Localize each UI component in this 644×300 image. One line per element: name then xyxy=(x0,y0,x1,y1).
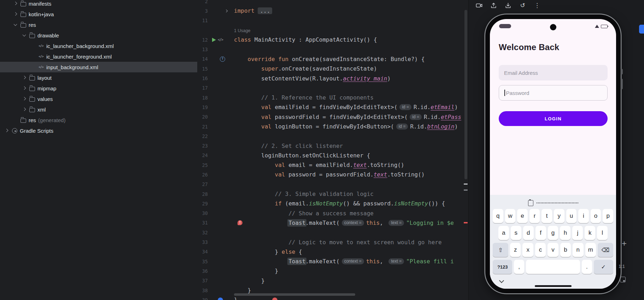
key-w[interactable]: w xyxy=(505,209,516,223)
key-o[interactable]: o xyxy=(591,209,601,223)
login-button[interactable]: LOGIN xyxy=(499,111,608,126)
line-number[interactable]: 30 xyxy=(197,210,208,216)
key-r[interactable]: r xyxy=(529,209,540,223)
reset-icon[interactable]: ↺ xyxy=(519,2,526,9)
line-number[interactable]: 3 xyxy=(197,8,208,14)
period-key[interactable]: . xyxy=(582,260,592,274)
tool-stripe-active-icon[interactable] xyxy=(639,25,644,34)
line-number[interactable]: 19 xyxy=(197,104,208,110)
line-number[interactable]: 32 xyxy=(197,230,208,235)
tree-item-xml[interactable]: xml xyxy=(0,104,197,115)
key-x[interactable]: x xyxy=(522,243,533,257)
line-number[interactable]: 39 xyxy=(197,297,208,300)
chevron-down-icon[interactable] xyxy=(12,22,18,28)
chevron-right-icon[interactable] xyxy=(21,85,27,91)
line-number[interactable]: 36 xyxy=(197,268,208,274)
line-number[interactable]: 13 xyxy=(197,47,208,52)
line-number[interactable]: 11 xyxy=(197,18,208,23)
key-t[interactable]: t xyxy=(541,209,552,223)
line-number[interactable]: 33 xyxy=(197,239,208,245)
chevron-right-icon[interactable] xyxy=(21,75,27,80)
override-method-icon[interactable]: ↑ xyxy=(220,56,225,62)
line-number[interactable]: 22 xyxy=(197,133,208,139)
comma-key[interactable]: , xyxy=(514,260,524,274)
key-b[interactable]: b xyxy=(560,243,571,257)
chevron-right-icon[interactable] xyxy=(12,1,18,6)
key-h[interactable]: h xyxy=(560,226,570,240)
password-field[interactable]: Password xyxy=(499,85,608,101)
enter-key[interactable]: ✓ xyxy=(594,260,613,274)
line-number[interactable]: 12 xyxy=(197,37,208,43)
chevron-right-icon[interactable] xyxy=(4,128,9,133)
horizontal-scrollbar[interactable] xyxy=(234,293,355,296)
related-xml-icon[interactable]: </> xyxy=(218,38,223,42)
zoom-in-button[interactable]: + xyxy=(620,239,629,248)
line-number[interactable]: 26 xyxy=(197,172,208,178)
key-k[interactable]: k xyxy=(585,226,595,240)
key-m[interactable]: m xyxy=(585,243,596,257)
line-number[interactable]: 16 xyxy=(197,76,208,81)
space-key[interactable] xyxy=(526,260,580,274)
phone-screen[interactable]: Welcome Back Email Address Password LOGI… xyxy=(490,19,616,289)
shift-key[interactable]: ⇧ xyxy=(493,243,508,257)
tree-item-layout[interactable]: layout xyxy=(0,72,197,83)
key-e[interactable]: e xyxy=(517,209,528,223)
download-icon[interactable] xyxy=(505,2,511,9)
line-number[interactable]: 14 xyxy=(197,56,208,62)
key-n[interactable]: n xyxy=(573,243,583,257)
more-options-icon[interactable]: ⋮ xyxy=(534,2,540,9)
line-number[interactable]: 23 xyxy=(197,143,208,149)
collapse-keyboard-icon[interactable] xyxy=(499,278,504,283)
code-editor[interactable]: 23import ...111 Usage12</>class MainActi… xyxy=(197,0,468,300)
tree-item-res[interactable]: res xyxy=(0,19,197,30)
chevron-right-icon[interactable] xyxy=(12,11,18,17)
key-p[interactable]: p xyxy=(603,209,613,223)
fit-to-window-icon[interactable] xyxy=(620,277,626,282)
symbols-key[interactable]: ?123 xyxy=(493,260,512,274)
tree-item-gradle-scripts[interactable]: Gradle Scripts xyxy=(0,125,197,136)
line-number[interactable]: 29 xyxy=(197,201,208,206)
key-q[interactable]: q xyxy=(493,209,503,223)
email-field[interactable]: Email Address xyxy=(499,65,608,80)
key-v[interactable]: v xyxy=(548,243,558,257)
key-y[interactable]: y xyxy=(554,209,564,223)
line-number[interactable]: 20 xyxy=(197,114,208,120)
line-number[interactable]: 31 xyxy=(197,220,208,226)
line-number[interactable]: 37 xyxy=(197,278,208,283)
key-z[interactable]: z xyxy=(510,243,521,257)
line-number[interactable]: 15 xyxy=(197,66,208,72)
line-number[interactable]: 35 xyxy=(197,259,208,264)
screen-record-icon[interactable] xyxy=(476,2,482,9)
line-number[interactable]: 25 xyxy=(197,162,208,168)
line-number[interactable]: 2 xyxy=(197,0,208,4)
tree-item-input-background-xml[interactable]: </>input_background.xml xyxy=(0,62,197,72)
key-a[interactable]: a xyxy=(498,226,509,240)
line-number[interactable]: 24 xyxy=(197,152,208,158)
tree-item-drawable[interactable]: drawable xyxy=(0,30,197,41)
line-number[interactable]: 18 xyxy=(197,95,208,101)
key-d[interactable]: d xyxy=(523,226,534,240)
home-indicator[interactable] xyxy=(535,285,572,287)
chevron-right-icon[interactable] xyxy=(21,96,27,102)
line-number[interactable]: 34 xyxy=(197,249,208,254)
fold-arrow-icon[interactable] xyxy=(225,9,228,13)
key-i[interactable]: i xyxy=(578,209,589,223)
key-u[interactable]: u xyxy=(566,209,577,223)
key-f[interactable]: f xyxy=(535,226,546,240)
line-number[interactable]: 28 xyxy=(197,191,208,197)
line-number[interactable]: 17 xyxy=(197,85,208,91)
vertical-scrollbar[interactable] xyxy=(464,10,467,179)
line-number[interactable]: 27 xyxy=(197,181,208,187)
tree-item-mipmap[interactable]: mipmap xyxy=(0,83,197,94)
tree-item-kotlin-java[interactable]: kotlin+java xyxy=(0,9,197,19)
tree-item-manifests[interactable]: manifests xyxy=(0,0,197,9)
run-icon[interactable] xyxy=(212,38,216,42)
key-s[interactable]: s xyxy=(511,226,521,240)
key-j[interactable]: j xyxy=(572,226,583,240)
chevron-down-icon[interactable] xyxy=(21,32,27,38)
tree-item-ic-launcher-background-xml[interactable]: </>ic_launcher_background.xml xyxy=(0,41,197,51)
key-l[interactable]: l xyxy=(597,226,608,240)
backspace-key[interactable]: ⌫ xyxy=(598,243,613,257)
tree-item-values[interactable]: values xyxy=(0,94,197,104)
line-number[interactable]: 38 xyxy=(197,288,208,293)
